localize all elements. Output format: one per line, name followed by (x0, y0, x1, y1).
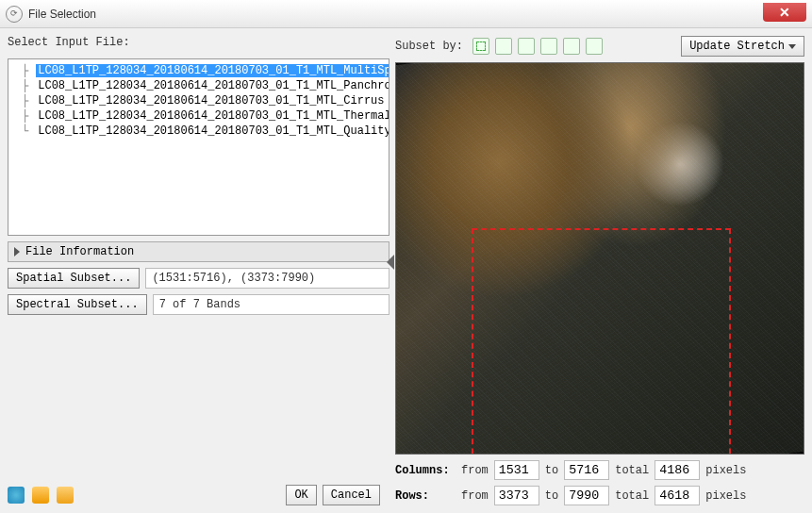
rows-to-input[interactable] (564, 486, 609, 505)
subset-rectangle-icon[interactable] (472, 38, 489, 55)
subset-by-label: Subset by: (395, 40, 463, 53)
spatial-subset-value[interactable]: (1531:5716), (3373:7990) (145, 268, 389, 289)
file-name-label: LC08_L1TP_128034_20180614_20180703_01_T1… (36, 64, 389, 77)
update-stretch-label: Update Stretch (689, 40, 785, 53)
window-title: File Selection (28, 8, 96, 21)
from-word-2: from (461, 489, 489, 503)
file-list-item[interactable]: ├LC08_L1TP_128034_20180614_20180703_01_T… (12, 108, 385, 124)
file-list-item[interactable]: ├LC08_L1TP_128034_20180614_20180703_01_T… (12, 63, 385, 78)
pixels-word-2: pixels (705, 489, 746, 503)
ok-button[interactable]: OK (286, 485, 316, 505)
columns-row: Columns: from to total pixels (395, 460, 804, 480)
open-recent-icon[interactable] (57, 487, 74, 504)
spectral-subset-button[interactable]: Spectral Subset... (8, 294, 147, 315)
help-icon[interactable] (8, 487, 25, 504)
file-name-label: LC08_L1TP_128034_20180614_20180703_01_T1… (36, 79, 389, 92)
tree-joint-icon: └ (22, 124, 28, 138)
tree-joint-icon: ├ (22, 109, 28, 123)
tree-joint-icon: ├ (22, 94, 28, 108)
update-stretch-button[interactable]: Update Stretch (681, 36, 804, 57)
pixels-word: pixels (705, 464, 746, 477)
subset-image-icon[interactable] (495, 38, 512, 55)
rows-label: Rows: (395, 489, 456, 503)
spatial-subset-button[interactable]: Spatial Subset... (8, 268, 140, 289)
open-folder-icon[interactable] (32, 487, 49, 504)
rows-from-input[interactable] (494, 486, 539, 505)
total-word-2: total (615, 489, 649, 503)
total-word: total (615, 464, 649, 477)
subset-roi-icon[interactable] (540, 38, 557, 55)
to-word: to (545, 464, 558, 477)
file-name-label: LC08_L1TP_128034_20180614_20180703_01_T1… (36, 94, 386, 108)
rows-total-input[interactable] (655, 486, 700, 505)
file-name-label: LC08_L1TP_128034_20180614_20180703_01_T1… (36, 109, 389, 123)
tree-joint-icon: ├ (22, 64, 28, 77)
close-button[interactable]: ✕ (763, 3, 806, 22)
dropdown-caret-icon (788, 44, 796, 49)
file-list-item[interactable]: ├LC08_L1TP_128034_20180614_20180703_01_T… (12, 93, 385, 108)
file-name-label: LC08_L1TP_128034_20180614_20180703_01_T1… (36, 124, 389, 138)
file-information-header[interactable]: File Information (8, 241, 389, 262)
collapse-arrow-icon (14, 247, 20, 256)
subset-selection-box[interactable] (472, 228, 731, 455)
subset-map-icon[interactable] (563, 38, 580, 55)
columns-label: Columns: (395, 464, 456, 477)
file-list[interactable]: ├LC08_L1TP_128034_20180614_20180703_01_T… (8, 58, 389, 236)
spectral-subset-value[interactable]: 7 of 7 Bands (153, 294, 389, 315)
from-word: from (461, 464, 489, 477)
subset-file-icon[interactable] (586, 38, 603, 55)
select-input-label: Select Input File: (8, 36, 389, 49)
image-preview[interactable] (395, 62, 804, 455)
tree-joint-icon: ├ (22, 79, 28, 92)
file-list-item[interactable]: ├LC08_L1TP_128034_20180614_20180703_01_T… (12, 78, 385, 93)
subset-link-icon[interactable] (518, 38, 535, 55)
to-word-2: to (545, 489, 558, 503)
file-list-item[interactable]: └LC08_L1TP_128034_20180614_20180703_01_T… (12, 124, 385, 139)
cancel-button[interactable]: Cancel (323, 485, 380, 505)
columns-total-input[interactable] (655, 460, 700, 480)
panel-collapse-arrow-icon[interactable] (387, 255, 394, 270)
columns-from-input[interactable] (494, 460, 539, 480)
app-icon: ⟳ (6, 6, 23, 23)
columns-to-input[interactable] (564, 460, 609, 480)
rows-row: Rows: from to total pixels (395, 486, 804, 505)
file-information-label: File Information (25, 245, 134, 258)
title-bar: ⟳ File Selection ✕ (0, 0, 812, 28)
